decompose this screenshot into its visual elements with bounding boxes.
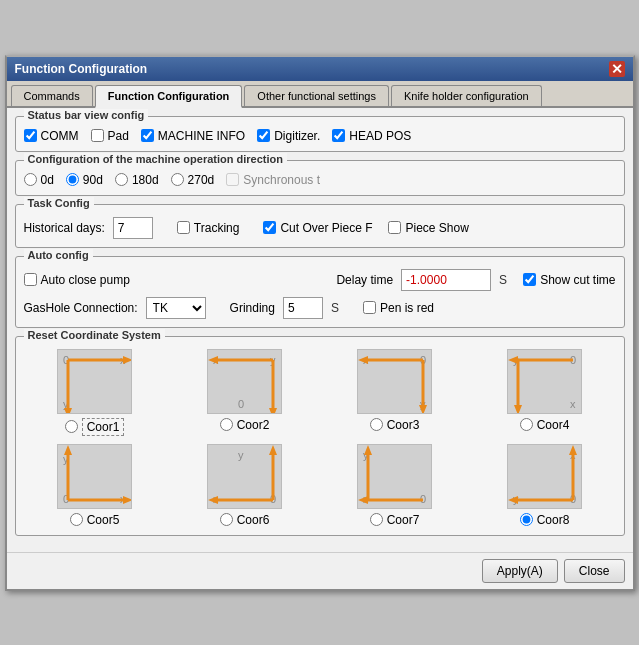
90d-label: 90d <box>83 173 103 187</box>
tab-commands[interactable]: Commands <box>11 85 93 106</box>
tab-function-config[interactable]: Function Configuration <box>95 85 243 108</box>
machine-info-checkbox[interactable] <box>141 129 154 142</box>
90d-radio[interactable] <box>66 173 79 186</box>
grinding-unit: S <box>331 301 339 315</box>
270d-radio[interactable] <box>171 173 184 186</box>
checkbox-tracking[interactable]: Tracking <box>177 221 240 235</box>
historical-days-label: Historical days: <box>24 221 105 235</box>
checkbox-auto-close-pump[interactable]: Auto close pump <box>24 273 130 287</box>
piece-show-checkbox[interactable] <box>388 221 401 234</box>
0d-radio[interactable] <box>24 173 37 186</box>
coor5-radio[interactable] <box>70 513 83 526</box>
coor2-radio-row[interactable]: Coor2 <box>220 418 270 432</box>
checkbox-show-cut-time[interactable]: Show cut time <box>523 273 615 287</box>
synchronous-checkbox[interactable] <box>226 173 239 186</box>
coor8-label: Coor8 <box>537 513 570 527</box>
coor7-radio[interactable] <box>370 513 383 526</box>
coor1-radio[interactable] <box>65 420 78 433</box>
checkbox-pad[interactable]: Pad <box>91 129 129 143</box>
machine-info-label: MACHINE INFO <box>158 129 245 143</box>
radio-270d[interactable]: 270d <box>171 173 215 187</box>
auto-config-group-title: Auto config <box>24 249 93 261</box>
pen-is-red-checkbox[interactable] <box>363 301 376 314</box>
comm-checkbox[interactable] <box>24 129 37 142</box>
coor1-radio-row[interactable]: Coor1 <box>65 418 125 436</box>
svg-marker-41 <box>269 445 277 455</box>
grinding-input[interactable] <box>283 297 323 319</box>
gashole-select[interactable]: TK T1 T2 <box>146 297 206 319</box>
coord-item-2: x y 0 Coor2 <box>174 349 316 436</box>
radio-0d[interactable]: 0d <box>24 173 54 187</box>
coor3-label: Coor3 <box>387 418 420 432</box>
checkbox-synchronous[interactable]: Synchronous t <box>226 173 320 187</box>
coord-box-4: y 0 x <box>507 349 582 414</box>
reset-coord-group-title: Reset Coordinate System <box>24 329 165 341</box>
radio-90d[interactable]: 90d <box>66 173 103 187</box>
coor5-radio-row[interactable]: Coor5 <box>70 513 120 527</box>
coord-item-6: x 0 y Coor6 <box>174 444 316 527</box>
cut-over-checkbox[interactable] <box>263 221 276 234</box>
comm-label: COMM <box>41 129 79 143</box>
digitizer-checkbox[interactable] <box>257 129 270 142</box>
tab-knife-holder[interactable]: Knife holder configuration <box>391 85 542 106</box>
coor4-radio-row[interactable]: Coor4 <box>520 418 570 432</box>
checkbox-piece-show[interactable]: Piece Show <box>388 221 468 235</box>
close-button[interactable]: Close <box>564 559 625 583</box>
coord-box-2: x y 0 <box>207 349 282 414</box>
checkbox-machine-info[interactable]: MACHINE INFO <box>141 129 245 143</box>
checkbox-cut-over[interactable]: Cut Over Piece F <box>263 221 372 235</box>
delay-time-unit: S <box>499 273 507 287</box>
coord-box-7: y x 0 <box>357 444 432 509</box>
0d-label: 0d <box>41 173 54 187</box>
180d-radio[interactable] <box>115 173 128 186</box>
cut-over-label: Cut Over Piece F <box>280 221 372 235</box>
svg-marker-34 <box>64 445 72 455</box>
coord-box-5: y 0 x <box>57 444 132 509</box>
tracking-label: Tracking <box>194 221 240 235</box>
title-close-button[interactable]: ✕ <box>609 61 625 77</box>
coor2-radio[interactable] <box>220 418 233 431</box>
coor6-radio[interactable] <box>220 513 233 526</box>
coor6-label: Coor6 <box>237 513 270 527</box>
coor3-radio[interactable] <box>370 418 383 431</box>
coor4-label: Coor4 <box>537 418 570 432</box>
checkbox-comm[interactable]: COMM <box>24 129 79 143</box>
piece-show-label: Piece Show <box>405 221 468 235</box>
delay-time-input[interactable] <box>401 269 491 291</box>
svg-marker-13 <box>269 408 277 414</box>
coord-item-1: 0 x y Coor1 <box>24 349 166 436</box>
show-cut-time-checkbox[interactable] <box>523 273 536 286</box>
checkbox-head-pos[interactable]: HEAD POS <box>332 129 411 143</box>
head-pos-checkbox[interactable] <box>332 129 345 142</box>
apply-button[interactable]: Apply(A) <box>482 559 558 583</box>
coor4-radio[interactable] <box>520 418 533 431</box>
machine-dir-group: Configuration of the machine operation d… <box>15 160 625 196</box>
checkbox-pen-is-red[interactable]: Pen is red <box>363 301 434 315</box>
tracking-checkbox[interactable] <box>177 221 190 234</box>
task-config-group: Task Config Historical days: Tracking Cu… <box>15 204 625 248</box>
coor8-radio-row[interactable]: Coor8 <box>520 513 570 527</box>
auto-config-group: Auto config Auto close pump Delay time S… <box>15 256 625 328</box>
pad-checkbox[interactable] <box>91 129 104 142</box>
coor8-radio[interactable] <box>520 513 533 526</box>
coor6-radio-row[interactable]: Coor6 <box>220 513 270 527</box>
coor3-radio-row[interactable]: Coor3 <box>370 418 420 432</box>
delay-time-label: Delay time <box>336 273 393 287</box>
coor7-label: Coor7 <box>387 513 420 527</box>
pen-is-red-label: Pen is red <box>380 301 434 315</box>
coord-item-5: y 0 x Coor5 <box>24 444 166 527</box>
180d-label: 180d <box>132 173 159 187</box>
digitizer-label: Digitizer. <box>274 129 320 143</box>
show-cut-time-label: Show cut time <box>540 273 615 287</box>
tab-content: Status bar view config COMM Pad MACHINE … <box>7 108 633 552</box>
auto-close-pump-checkbox[interactable] <box>24 273 37 286</box>
historical-days-input[interactable] <box>113 217 153 239</box>
tab-other-functional[interactable]: Other functional settings <box>244 85 389 106</box>
radio-180d[interactable]: 180d <box>115 173 159 187</box>
coord-item-3: x 0 y Coor3 <box>324 349 466 436</box>
synchronous-label: Synchronous t <box>243 173 320 187</box>
270d-label: 270d <box>188 173 215 187</box>
coor7-radio-row[interactable]: Coor7 <box>370 513 420 527</box>
coord-grid: 0 x y Coor1 <box>24 349 616 527</box>
checkbox-digitizer[interactable]: Digitizer. <box>257 129 320 143</box>
